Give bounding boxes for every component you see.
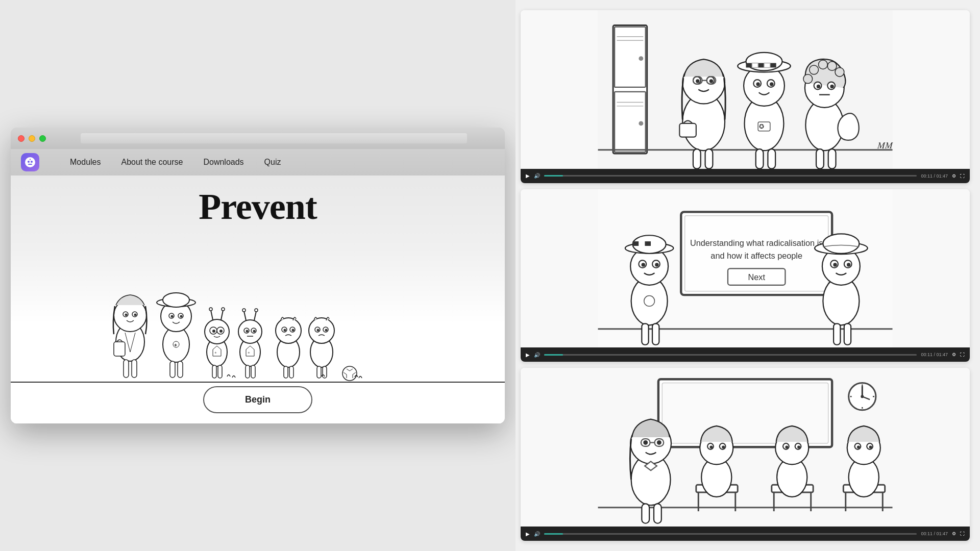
svg-rect-141 (651, 241, 657, 246)
video2-svg: Understanding what radicalisation is and… (521, 189, 970, 348)
maximize-button[interactable] (39, 135, 46, 142)
svg-rect-178 (642, 504, 649, 523)
svg-rect-124 (828, 149, 836, 168)
svg-point-59 (292, 329, 295, 332)
svg-point-115 (819, 60, 828, 69)
svg-text:Understanding what radicalisat: Understanding what radicalisation is (690, 238, 823, 247)
settings-icon-2[interactable]: ⚙ (952, 352, 956, 357)
volume-icon-3[interactable]: 🔊 (534, 531, 540, 537)
svg-point-156 (847, 263, 850, 266)
svg-point-17 (163, 293, 189, 307)
svg-point-195 (797, 446, 800, 449)
svg-point-34 (212, 330, 215, 333)
svg-rect-4 (30, 159, 31, 160)
svg-point-76 (639, 121, 643, 126)
fullscreen-icon-1[interactable]: ⛶ (960, 173, 965, 179)
svg-point-155 (833, 263, 837, 266)
video1-svg: ✪ (521, 10, 970, 169)
volume-icon-2[interactable]: 🔊 (534, 352, 540, 358)
svg-point-67 (325, 329, 328, 332)
minimize-button[interactable] (29, 135, 35, 142)
svg-text:✪: ✪ (759, 123, 764, 130)
fullscreen-icon-2[interactable]: ⛶ (960, 352, 965, 357)
video-controls-2: ▶ 🔊 00:11 / 01:47 ⚙ ⛶ (521, 347, 970, 362)
svg-point-152 (823, 234, 859, 253)
svg-line-30 (221, 310, 223, 320)
time-display-1: 00:11 / 01:47 (921, 173, 948, 179)
progress-bar-1[interactable] (544, 175, 917, 177)
svg-rect-68 (317, 366, 321, 378)
url-bar (81, 133, 467, 143)
svg-rect-138 (633, 241, 639, 246)
svg-point-144 (642, 263, 645, 266)
svg-point-2 (31, 161, 33, 163)
svg-rect-148 (652, 323, 659, 344)
svg-point-113 (803, 74, 813, 84)
play-icon-2[interactable]: ▶ (526, 352, 530, 358)
svg-rect-3 (28, 164, 32, 165)
svg-rect-38 (218, 365, 222, 378)
svg-rect-108 (768, 149, 775, 168)
progress-bar-3[interactable] (544, 533, 917, 535)
svg-rect-107 (756, 149, 764, 168)
svg-point-185 (709, 446, 713, 449)
svg-rect-37 (212, 365, 216, 378)
svg-point-203 (857, 446, 860, 449)
play-icon-3[interactable]: ▶ (526, 531, 530, 537)
volume-icon-1[interactable]: 🔊 (534, 173, 540, 179)
svg-point-20 (171, 315, 174, 318)
svg-rect-13 (114, 342, 125, 356)
svg-rect-140 (639, 241, 645, 246)
settings-icon-3[interactable]: ⚙ (952, 531, 956, 536)
navbar: Modules About the course Downloads Quiz (11, 149, 505, 176)
svg-point-66 (317, 329, 320, 332)
begin-button[interactable]: Begin (203, 386, 312, 413)
nav-modules[interactable]: Modules (70, 158, 101, 166)
svg-rect-123 (816, 149, 824, 168)
svg-rect-61 (289, 366, 293, 378)
video-controls-1: ▶ 🔊 00:11 / 01:47 ⚙ ⛶ (521, 169, 970, 183)
fullscreen-icon-3[interactable]: ⛶ (960, 531, 965, 536)
nav-links: Modules About the course Downloads Quiz (70, 158, 281, 167)
close-button[interactable] (18, 135, 24, 142)
svg-point-43 (242, 309, 246, 312)
app-logo (21, 153, 39, 171)
svg-point-63 (309, 318, 334, 343)
svg-point-29 (209, 308, 212, 311)
progress-fill-3 (544, 533, 563, 535)
svg-rect-102 (764, 63, 770, 68)
svg-rect-93 (679, 123, 696, 137)
svg-rect-158 (844, 323, 851, 344)
svg-point-41 (238, 320, 262, 343)
right-panel: ✪ (516, 0, 980, 551)
svg-rect-99 (758, 63, 764, 68)
svg-rect-22 (170, 361, 175, 378)
video-preview-1: ✪ (521, 10, 970, 169)
svg-point-35 (219, 330, 223, 333)
progress-fill-2 (544, 354, 563, 356)
nav-downloads[interactable]: Downloads (203, 158, 243, 166)
svg-point-55 (276, 318, 301, 343)
settings-icon-1[interactable]: ⚙ (952, 173, 956, 179)
svg-point-121 (830, 85, 834, 88)
svg-line-42 (244, 311, 246, 320)
nav-quiz[interactable]: Quiz (264, 158, 281, 166)
titlebar (11, 128, 505, 149)
svg-point-48 (246, 330, 249, 333)
progress-bar-2[interactable] (544, 354, 917, 356)
play-icon-1[interactable]: ▶ (526, 173, 530, 179)
svg-rect-101 (752, 63, 758, 68)
video-card-1: ✪ (521, 10, 970, 183)
svg-point-117 (835, 67, 844, 77)
svg-point-106 (770, 82, 773, 86)
video-controls-3: ▶ 🔊 00:11 / 01:47 ⚙ ⛶ (521, 527, 970, 541)
video-card-3: ▶ 🔊 00:11 / 01:47 ⚙ ⛶ (521, 368, 970, 541)
svg-text:𝑀𝑀: 𝑀𝑀 (877, 140, 893, 151)
nav-about[interactable]: About the course (121, 158, 183, 166)
svg-point-9 (125, 314, 128, 316)
svg-point-87 (709, 79, 713, 83)
svg-point-75 (639, 56, 643, 61)
svg-line-28 (211, 310, 213, 320)
video-preview-3 (521, 368, 970, 527)
svg-point-105 (756, 82, 760, 86)
